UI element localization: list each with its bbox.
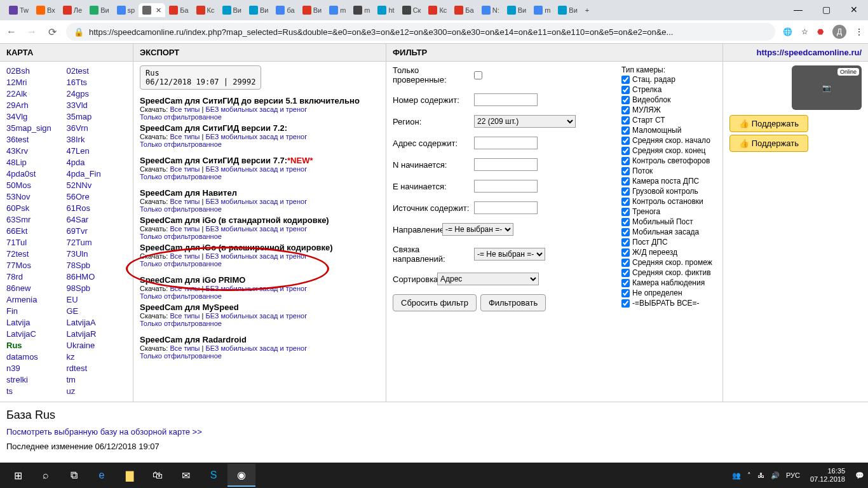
map-link[interactable]: n39 xyxy=(6,363,67,374)
map-link[interactable]: 24gps xyxy=(67,88,127,100)
dl-all[interactable]: Все типы xyxy=(170,312,200,320)
address-input[interactable] xyxy=(474,137,538,149)
browser-tab[interactable]: Ви xyxy=(86,3,112,17)
new-tab-button[interactable]: + xyxy=(581,4,593,17)
dl-filtered[interactable]: Только отфильтрованное xyxy=(140,260,222,268)
forward-button[interactable]: → xyxy=(25,25,38,38)
verified-checkbox[interactable] xyxy=(474,71,482,79)
cam-checkbox[interactable] xyxy=(621,157,630,165)
dl-nomob[interactable]: БЕЗ мобильных засад и треног xyxy=(205,198,307,205)
map-link[interactable]: 36test xyxy=(6,134,67,146)
url-input[interactable]: 🔒 https://speedcamonline.ru/index.php?ma… xyxy=(66,23,775,41)
skype-icon[interactable]: S xyxy=(200,464,227,487)
minimize-button[interactable]: — xyxy=(784,0,812,19)
dl-filtered[interactable]: Только отфильтрованное xyxy=(140,320,222,327)
dl-filtered[interactable]: Только отфильтрованное xyxy=(140,233,222,240)
close-button[interactable]: ✕ xyxy=(840,0,868,19)
sort-select[interactable]: Адрес xyxy=(437,273,539,285)
cam-checkbox[interactable] xyxy=(621,76,630,84)
map-link[interactable]: 78rd xyxy=(6,271,67,283)
map-link[interactable]: 29Arh xyxy=(6,100,67,111)
number-input[interactable] xyxy=(474,93,538,106)
volume-icon[interactable]: 🔊 xyxy=(771,471,780,480)
map-link[interactable]: 61Ros xyxy=(67,203,127,214)
map-link[interactable]: ts xyxy=(6,386,67,397)
store-icon[interactable]: 🛍 xyxy=(144,464,172,487)
map-link[interactable]: 36Vrn xyxy=(67,123,127,134)
map-link[interactable]: GE xyxy=(67,306,127,317)
mail-icon[interactable]: ✉ xyxy=(172,464,200,487)
browser-tab[interactable]: m xyxy=(530,3,554,17)
map-link[interactable]: 34Vlg xyxy=(6,111,67,123)
apply-button[interactable]: Фильтровать xyxy=(480,294,546,311)
notifications-icon[interactable]: 💬 xyxy=(855,471,864,480)
browser-tab[interactable]: Ви xyxy=(245,3,272,17)
back-button[interactable]: ← xyxy=(5,25,18,38)
dl-all[interactable]: Все типы xyxy=(170,344,200,352)
map-link[interactable]: 71Tul xyxy=(6,237,67,248)
people-icon[interactable]: 👥 xyxy=(732,471,741,480)
site-link[interactable]: https://speedcamonline.ru/ xyxy=(757,48,862,57)
map-link[interactable]: kz xyxy=(67,351,127,363)
n-input[interactable] xyxy=(474,158,538,171)
cam-checkbox[interactable] xyxy=(621,126,630,135)
map-link[interactable]: 02test xyxy=(67,65,127,77)
menu-icon[interactable]: ⋮ xyxy=(855,27,863,36)
dl-all[interactable]: Все типы xyxy=(170,225,200,233)
browser-tab[interactable]: ht xyxy=(374,3,398,17)
taskview-button[interactable]: ⧉ xyxy=(60,464,88,487)
map-link[interactable]: 98Spb xyxy=(67,283,127,294)
dl-all[interactable]: Все типы xyxy=(170,252,200,260)
map-link[interactable]: tm xyxy=(67,374,127,386)
map-link[interactable]: 56Ore xyxy=(67,191,127,203)
ext-icon[interactable]: ⬣ xyxy=(817,27,824,36)
map-link[interactable]: rdtest xyxy=(67,363,127,374)
browser-tab[interactable]: Вх xyxy=(32,3,59,17)
map-link[interactable]: 63Smr xyxy=(6,214,67,226)
cam-checkbox[interactable] xyxy=(621,269,630,277)
map-link[interactable]: Rus xyxy=(6,340,67,351)
dl-nomob[interactable]: БЕЗ мобильных засад и треног xyxy=(205,105,307,113)
dl-nomob[interactable]: БЕЗ мобильных засад и треног xyxy=(205,285,307,292)
map-link[interactable]: 38Irk xyxy=(67,134,127,146)
dl-filtered[interactable]: Только отфильтрованное xyxy=(140,205,222,213)
dl-nomob[interactable]: БЕЗ мобильных засад и треног xyxy=(205,252,307,260)
dl-filtered[interactable]: Только отфильтрованное xyxy=(140,292,222,300)
map-link[interactable]: EU xyxy=(67,294,127,306)
browser-tab[interactable]: Ба xyxy=(165,3,192,17)
dl-all[interactable]: Все типы xyxy=(170,165,200,173)
support-button-2[interactable]: 👍 Поддержать xyxy=(729,135,808,152)
cam-checkbox[interactable] xyxy=(621,238,630,247)
dl-nomob[interactable]: БЕЗ мобильных засад и треног xyxy=(205,165,307,173)
chrome-icon[interactable]: ◉ xyxy=(227,464,255,487)
map-link[interactable]: 60Psk xyxy=(6,203,67,214)
cam-checkbox[interactable] xyxy=(621,198,630,206)
direction-select[interactable]: -= Не выбран =- xyxy=(442,223,513,236)
clock[interactable]: 16:3507.12.2018 xyxy=(806,467,849,484)
map-link[interactable]: LatvijaR xyxy=(67,329,127,340)
tray-up-icon[interactable]: ˄ xyxy=(747,471,751,480)
map-link[interactable]: 02Bsh xyxy=(6,65,67,77)
map-link[interactable]: 73Uln xyxy=(67,248,127,260)
dl-filtered[interactable]: Только отфильтрованное xyxy=(140,140,222,148)
cam-checkbox[interactable] xyxy=(621,137,630,145)
profile-icon[interactable]: Д xyxy=(832,25,846,39)
maximize-button[interactable]: ▢ xyxy=(812,0,840,19)
browser-tab[interactable]: Ви xyxy=(554,3,581,17)
reset-button[interactable]: Сбросить фильтр xyxy=(393,294,477,311)
map-link[interactable]: 53Nov xyxy=(6,191,67,203)
map-link[interactable]: 64Sar xyxy=(67,214,127,226)
map-link[interactable]: 12Mri xyxy=(6,77,67,88)
dl-filtered[interactable]: Только отфильтрованное xyxy=(140,352,222,360)
map-link[interactable]: Latvija xyxy=(6,317,67,329)
source-input[interactable] xyxy=(474,201,538,214)
dl-all[interactable]: Все типы xyxy=(170,105,200,113)
map-link[interactable]: Fin xyxy=(6,306,67,317)
map-link[interactable]: 52NNv xyxy=(67,180,127,191)
cam-checkbox[interactable] xyxy=(621,228,630,236)
cam-checkbox[interactable] xyxy=(621,248,630,257)
dl-all[interactable]: Все типы xyxy=(170,198,200,205)
map-link[interactable]: 50Mos xyxy=(6,180,67,191)
cam-checkbox[interactable] xyxy=(621,106,630,114)
map-link[interactable]: datamos xyxy=(6,351,67,363)
